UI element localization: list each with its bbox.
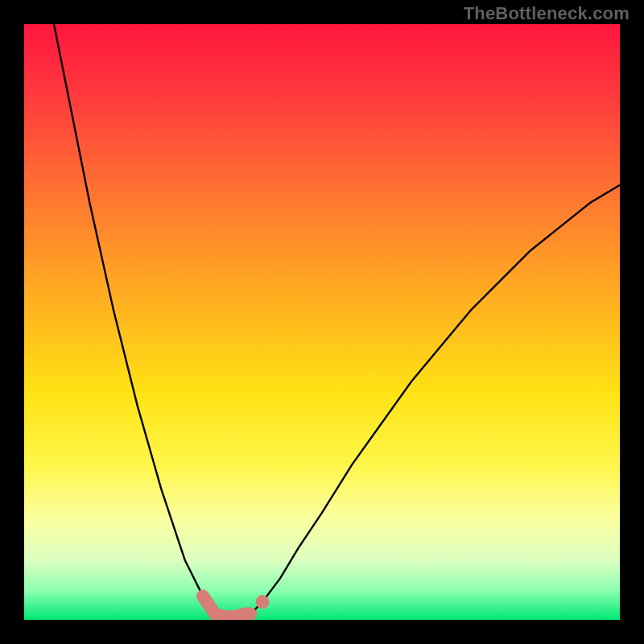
gradient-background [24, 24, 620, 620]
highlight-dot [256, 595, 270, 609]
watermark-text: TheBottleneck.com [464, 3, 630, 24]
bottleneck-chart [24, 24, 620, 620]
chart-container: TheBottleneck.com [0, 0, 644, 644]
